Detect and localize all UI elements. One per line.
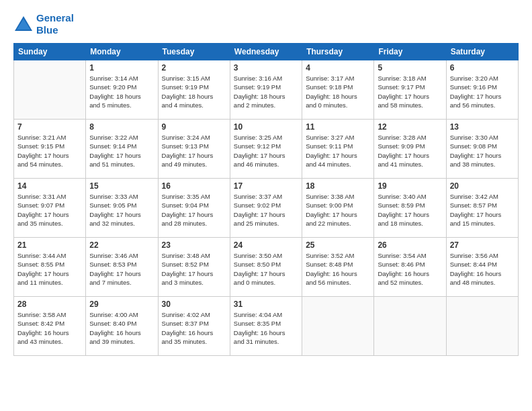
day-header-thursday: Thursday bbox=[302, 44, 374, 60]
week-row-3: 14Sunrise: 3:31 AM Sunset: 9:07 PM Dayli… bbox=[14, 179, 519, 238]
calendar-cell: 13Sunrise: 3:30 AM Sunset: 9:08 PM Dayli… bbox=[446, 120, 518, 179]
cell-date: 9 bbox=[162, 122, 226, 132]
cell-date: 24 bbox=[234, 240, 298, 250]
cell-info: Sunrise: 3:31 AM Sunset: 9:07 PM Dayligh… bbox=[17, 192, 82, 228]
cell-info: Sunrise: 3:38 AM Sunset: 9:00 PM Dayligh… bbox=[306, 192, 370, 228]
cell-info: Sunrise: 3:14 AM Sunset: 9:20 PM Dayligh… bbox=[89, 74, 154, 109]
cell-date: 4 bbox=[306, 63, 370, 73]
calendar-cell: 27Sunrise: 3:56 AM Sunset: 8:44 PM Dayli… bbox=[446, 238, 518, 297]
day-header-saturday: Saturday bbox=[446, 44, 518, 60]
logo: General Blue bbox=[13, 12, 74, 36]
calendar-cell: 12Sunrise: 3:28 AM Sunset: 9:09 PM Dayli… bbox=[374, 120, 446, 179]
calendar-table: SundayMondayTuesdayWednesdayThursdayFrid… bbox=[13, 43, 519, 356]
cell-info: Sunrise: 3:35 AM Sunset: 9:04 PM Dayligh… bbox=[162, 192, 226, 228]
day-header-monday: Monday bbox=[86, 44, 158, 60]
calendar-body: 1Sunrise: 3:14 AM Sunset: 9:20 PM Daylig… bbox=[14, 60, 519, 356]
calendar-cell: 9Sunrise: 3:24 AM Sunset: 9:13 PM Daylig… bbox=[158, 120, 230, 179]
cell-info: Sunrise: 3:25 AM Sunset: 9:12 PM Dayligh… bbox=[234, 133, 298, 169]
cell-date: 22 bbox=[89, 240, 154, 250]
calendar-cell: 7Sunrise: 3:21 AM Sunset: 9:15 PM Daylig… bbox=[14, 120, 86, 179]
cell-date: 29 bbox=[89, 300, 154, 309]
cell-date: 3 bbox=[234, 63, 298, 73]
cell-info: Sunrise: 3:17 AM Sunset: 9:18 PM Dayligh… bbox=[306, 74, 370, 109]
cell-info: Sunrise: 3:50 AM Sunset: 8:50 PM Dayligh… bbox=[234, 251, 298, 287]
calendar-cell: 23Sunrise: 3:48 AM Sunset: 8:52 PM Dayli… bbox=[158, 238, 230, 297]
cell-info: Sunrise: 3:44 AM Sunset: 8:55 PM Dayligh… bbox=[17, 251, 82, 287]
calendar-cell: 18Sunrise: 3:38 AM Sunset: 9:00 PM Dayli… bbox=[302, 179, 374, 238]
cell-info: Sunrise: 4:04 AM Sunset: 8:35 PM Dayligh… bbox=[234, 310, 298, 346]
cell-info: Sunrise: 3:30 AM Sunset: 9:08 PM Dayligh… bbox=[450, 133, 515, 169]
cell-date: 11 bbox=[306, 122, 370, 132]
cell-info: Sunrise: 3:37 AM Sunset: 9:02 PM Dayligh… bbox=[234, 192, 298, 228]
day-header-tuesday: Tuesday bbox=[158, 44, 230, 60]
calendar-cell: 26Sunrise: 3:54 AM Sunset: 8:46 PM Dayli… bbox=[374, 238, 446, 297]
cell-info: Sunrise: 3:28 AM Sunset: 9:09 PM Dayligh… bbox=[378, 133, 442, 169]
cell-date: 13 bbox=[450, 122, 515, 132]
cell-date: 5 bbox=[378, 63, 442, 73]
calendar-cell: 3Sunrise: 3:16 AM Sunset: 9:19 PM Daylig… bbox=[230, 60, 302, 120]
logo-icon bbox=[13, 15, 34, 34]
cell-info: Sunrise: 3:56 AM Sunset: 8:44 PM Dayligh… bbox=[450, 251, 515, 287]
cell-date: 1 bbox=[89, 63, 154, 73]
day-header-sunday: Sunday bbox=[14, 44, 86, 60]
calendar-cell: 25Sunrise: 3:52 AM Sunset: 8:48 PM Dayli… bbox=[302, 238, 374, 297]
calendar-cell: 16Sunrise: 3:35 AM Sunset: 9:04 PM Dayli… bbox=[158, 179, 230, 238]
cell-date: 23 bbox=[162, 240, 226, 250]
cell-date: 20 bbox=[450, 181, 515, 191]
calendar-cell bbox=[446, 297, 518, 356]
cell-info: Sunrise: 3:46 AM Sunset: 8:53 PM Dayligh… bbox=[89, 251, 154, 287]
cell-date: 8 bbox=[89, 122, 154, 132]
calendar-header-row: SundayMondayTuesdayWednesdayThursdayFrid… bbox=[14, 44, 519, 60]
cell-info: Sunrise: 3:24 AM Sunset: 9:13 PM Dayligh… bbox=[162, 133, 226, 169]
calendar-cell: 21Sunrise: 3:44 AM Sunset: 8:55 PM Dayli… bbox=[14, 238, 86, 297]
cell-date: 14 bbox=[17, 181, 82, 191]
calendar-cell: 15Sunrise: 3:33 AM Sunset: 9:05 PM Dayli… bbox=[86, 179, 158, 238]
logo-text: General Blue bbox=[36, 12, 74, 36]
cell-info: Sunrise: 3:18 AM Sunset: 9:17 PM Dayligh… bbox=[378, 74, 442, 109]
cell-info: Sunrise: 4:02 AM Sunset: 8:37 PM Dayligh… bbox=[162, 310, 226, 346]
cell-info: Sunrise: 3:42 AM Sunset: 8:57 PM Dayligh… bbox=[450, 192, 515, 228]
day-header-wednesday: Wednesday bbox=[230, 44, 302, 60]
cell-info: Sunrise: 3:33 AM Sunset: 9:05 PM Dayligh… bbox=[89, 192, 154, 228]
cell-date: 15 bbox=[89, 181, 154, 191]
cell-info: Sunrise: 3:54 AM Sunset: 8:46 PM Dayligh… bbox=[378, 251, 442, 287]
calendar-cell bbox=[14, 60, 86, 120]
calendar-cell: 28Sunrise: 3:58 AM Sunset: 8:42 PM Dayli… bbox=[14, 297, 86, 356]
cell-date: 16 bbox=[162, 181, 226, 191]
cell-date: 31 bbox=[234, 300, 298, 309]
cell-info: Sunrise: 3:40 AM Sunset: 8:59 PM Dayligh… bbox=[378, 192, 442, 228]
week-row-4: 21Sunrise: 3:44 AM Sunset: 8:55 PM Dayli… bbox=[14, 238, 519, 297]
calendar-cell: 4Sunrise: 3:17 AM Sunset: 9:18 PM Daylig… bbox=[302, 60, 374, 120]
calendar-cell: 17Sunrise: 3:37 AM Sunset: 9:02 PM Dayli… bbox=[230, 179, 302, 238]
cell-date: 17 bbox=[234, 181, 298, 191]
week-row-1: 1Sunrise: 3:14 AM Sunset: 9:20 PM Daylig… bbox=[14, 60, 519, 120]
cell-info: Sunrise: 3:48 AM Sunset: 8:52 PM Dayligh… bbox=[162, 251, 226, 287]
calendar-cell: 31Sunrise: 4:04 AM Sunset: 8:35 PM Dayli… bbox=[230, 297, 302, 356]
page: General Blue SundayMondayTuesdayWednesda… bbox=[0, 0, 532, 411]
calendar-cell: 5Sunrise: 3:18 AM Sunset: 9:17 PM Daylig… bbox=[374, 60, 446, 120]
cell-date: 10 bbox=[234, 122, 298, 132]
week-row-5: 28Sunrise: 3:58 AM Sunset: 8:42 PM Dayli… bbox=[14, 297, 519, 356]
calendar-cell bbox=[374, 297, 446, 356]
calendar-cell: 24Sunrise: 3:50 AM Sunset: 8:50 PM Dayli… bbox=[230, 238, 302, 297]
cell-info: Sunrise: 3:16 AM Sunset: 9:19 PM Dayligh… bbox=[234, 74, 298, 109]
cell-info: Sunrise: 3:15 AM Sunset: 9:19 PM Dayligh… bbox=[162, 74, 226, 109]
cell-date: 12 bbox=[378, 122, 442, 132]
calendar-cell: 30Sunrise: 4:02 AM Sunset: 8:37 PM Dayli… bbox=[158, 297, 230, 356]
cell-info: Sunrise: 3:58 AM Sunset: 8:42 PM Dayligh… bbox=[17, 310, 82, 346]
calendar-cell: 10Sunrise: 3:25 AM Sunset: 9:12 PM Dayli… bbox=[230, 120, 302, 179]
cell-date: 7 bbox=[17, 122, 82, 132]
calendar-cell: 1Sunrise: 3:14 AM Sunset: 9:20 PM Daylig… bbox=[86, 60, 158, 120]
cell-date: 6 bbox=[450, 63, 515, 73]
cell-date: 18 bbox=[306, 181, 370, 191]
cell-info: Sunrise: 3:21 AM Sunset: 9:15 PM Dayligh… bbox=[17, 133, 82, 169]
calendar-cell: 20Sunrise: 3:42 AM Sunset: 8:57 PM Dayli… bbox=[446, 179, 518, 238]
calendar-cell: 22Sunrise: 3:46 AM Sunset: 8:53 PM Dayli… bbox=[86, 238, 158, 297]
cell-info: Sunrise: 3:27 AM Sunset: 9:11 PM Dayligh… bbox=[306, 133, 370, 169]
cell-date: 19 bbox=[378, 181, 442, 191]
cell-info: Sunrise: 3:22 AM Sunset: 9:14 PM Dayligh… bbox=[89, 133, 154, 169]
calendar-cell: 6Sunrise: 3:20 AM Sunset: 9:16 PM Daylig… bbox=[446, 60, 518, 120]
cell-date: 2 bbox=[162, 63, 226, 73]
calendar-cell: 2Sunrise: 3:15 AM Sunset: 9:19 PM Daylig… bbox=[158, 60, 230, 120]
cell-date: 30 bbox=[162, 300, 226, 309]
